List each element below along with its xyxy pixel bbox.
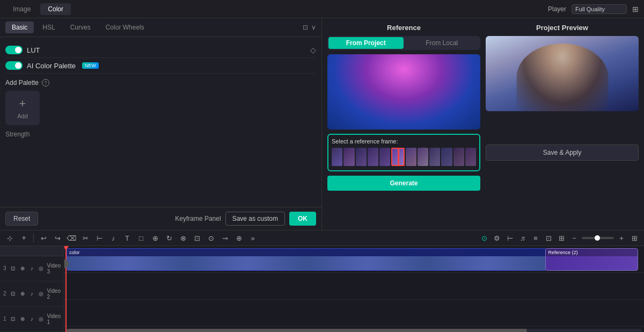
tool-undo-icon[interactable]: ↩: [38, 233, 49, 243]
filmstrip-frame-5[interactable]: [379, 148, 390, 166]
ok-button[interactable]: OK: [289, 212, 316, 226]
filmstrip-frame-7[interactable]: [406, 148, 416, 166]
reference-bottom-btns: Generate: [327, 176, 480, 191]
right-panel: Reference From Project From Local Select…: [322, 18, 644, 230]
ref-tab-from-project[interactable]: From Project: [328, 37, 404, 49]
reference-column: Reference From Project From Local Select…: [327, 24, 480, 225]
tool-mic-icon[interactable]: ♬: [517, 233, 528, 243]
filmstrip-frame-11[interactable]: [453, 148, 464, 166]
add-palette-help-icon[interactable]: ?: [42, 79, 49, 86]
tool-settings-icon[interactable]: ⚙: [492, 233, 502, 243]
preview-title: Project Preview: [486, 24, 639, 32]
keyframe-panel-button[interactable]: Keyframe Panel: [175, 212, 221, 226]
save-and-apply-button[interactable]: Save & Apply: [486, 145, 639, 161]
tool-zoom-in-icon[interactable]: +: [616, 233, 627, 243]
filmstrip-frame-3[interactable]: [356, 148, 367, 166]
filmstrip-frame-2[interactable]: [343, 148, 354, 166]
timeline-toolbar: ⊹ ⌖ ↩ ↪ ⌫ ✂ ⊢ ♪ T □ ⊕ ↻ ⊗ ⊡ ⊙ ⊸ ⊕ » ⊙ ⚙ …: [0, 230, 644, 246]
filmstrip-frame-9[interactable]: [429, 148, 440, 166]
tool-display-icon[interactable]: ⊞: [556, 233, 567, 243]
filmstrip-frame-6[interactable]: [391, 148, 404, 166]
reset-button[interactable]: Reset: [5, 212, 38, 226]
tool-camera-icon[interactable]: ⊡: [543, 233, 554, 243]
tool-delete-icon[interactable]: ⌫: [66, 233, 77, 243]
filmstrip-frame-1[interactable]: [332, 148, 342, 166]
tool-rect-icon[interactable]: □: [136, 233, 147, 243]
add-palette-row: Add Palette ?: [5, 74, 316, 91]
tool-fx-icon[interactable]: ⊕: [233, 233, 244, 243]
track3-eye-icon[interactable]: ◎: [38, 263, 45, 274]
quality-select[interactable]: Full Quality Half Quality Quarter Qualit…: [572, 4, 627, 14]
lut-toggle-switch[interactable]: [5, 46, 23, 54]
subtab-curves[interactable]: Curves: [64, 21, 97, 33]
filmstrip-frame-4[interactable]: [368, 148, 378, 166]
track2-audio-icon[interactable]: ♪: [28, 288, 36, 299]
lut-toggle-left: LUT: [5, 46, 40, 54]
ai-palette-toggle-switch[interactable]: [5, 61, 23, 70]
zoom-slider[interactable]: [582, 237, 614, 239]
tab-color[interactable]: Color: [40, 3, 71, 15]
ref-tab-from-local[interactable]: From Local: [405, 37, 480, 49]
filmstrip-frame-12[interactable]: [465, 148, 476, 166]
horizontal-scrollbar[interactable]: [67, 329, 642, 332]
filmstrip-frame-8[interactable]: [418, 148, 428, 166]
tool-record-icon[interactable]: ⊙: [479, 233, 489, 243]
save-as-custom-button[interactable]: Save as custom: [225, 212, 285, 226]
tab-image[interactable]: Image: [5, 3, 38, 15]
reference-image: [327, 54, 480, 129]
generate-button[interactable]: Generate: [327, 176, 480, 191]
tool-timer-icon[interactable]: ⊙: [206, 233, 216, 243]
track-row-video2[interactable]: [64, 273, 644, 300]
track-num-3: 3: [3, 265, 6, 271]
add-palette-box[interactable]: + Add: [5, 91, 40, 125]
video3-color-clip[interactable]: color: [67, 248, 547, 271]
tool-search-icon[interactable]: ⊕: [150, 233, 160, 243]
track1-audio-icon[interactable]: ♪: [28, 314, 36, 324]
subtab-hsl[interactable]: HSL: [36, 21, 61, 33]
panel-expand-icons[interactable]: ⊡ ∨: [303, 24, 316, 31]
subtab-color-wheels[interactable]: Color Wheels: [99, 21, 151, 33]
track1-hide-icon[interactable]: ⊕: [19, 314, 26, 324]
filmstrip[interactable]: [332, 147, 476, 167]
track-num-2: 2: [3, 291, 6, 297]
tool-eq-icon[interactable]: ≡: [530, 233, 541, 243]
track2-hide-icon[interactable]: ⊕: [19, 288, 26, 299]
tool-redo-icon[interactable]: ↪: [52, 233, 63, 243]
grid-view-icon[interactable]: ⊞: [632, 5, 639, 13]
subtab-basic[interactable]: Basic: [5, 21, 34, 33]
track3-label: Video 3: [47, 263, 61, 275]
track-row-video1[interactable]: [64, 300, 644, 327]
video3-ref-clip[interactable]: Reference (2): [545, 248, 638, 271]
player-label: Player: [548, 5, 566, 13]
track1-lock-icon[interactable]: ⊡: [10, 314, 17, 324]
tool-audio-icon[interactable]: ♪: [108, 233, 119, 243]
track2-eye-icon[interactable]: ◎: [38, 288, 45, 299]
collapse-icon[interactable]: ∨: [311, 24, 316, 31]
filmstrip-frame-10[interactable]: [441, 148, 452, 166]
track3-lock-icon[interactable]: ⊡: [10, 263, 17, 274]
tool-zoom-out-icon[interactable]: −: [569, 233, 580, 243]
track3-audio-icon[interactable]: ♪: [28, 263, 36, 274]
lut-label: LUT: [27, 46, 40, 54]
tool-text-icon[interactable]: T: [122, 233, 133, 243]
track-row-video3[interactable]: color Ref: [64, 246, 644, 273]
strength-label: Strength: [5, 125, 316, 140]
lut-diamond-icon[interactable]: ◇: [310, 46, 316, 54]
tool-photo-icon[interactable]: ⊡: [192, 233, 202, 243]
expand-icon[interactable]: ⊡: [303, 24, 308, 31]
tool-select-icon[interactable]: ⊹: [4, 233, 15, 243]
tool-grid-icon[interactable]: ⊞: [629, 233, 640, 243]
tool-blade-icon[interactable]: ⌖: [18, 233, 29, 243]
tool-shield-icon[interactable]: ⊢: [504, 233, 515, 243]
tool-cut-icon[interactable]: ✂: [80, 233, 91, 243]
tool-loop-icon[interactable]: ↻: [164, 233, 174, 243]
track3-hide-icon[interactable]: ⊕: [19, 263, 26, 274]
tool-more-icon[interactable]: »: [247, 233, 258, 243]
toolbar-separator-1: [33, 234, 34, 242]
track1-eye-icon[interactable]: ◎: [38, 314, 45, 324]
tool-speed-icon[interactable]: ⊸: [219, 233, 230, 243]
track2-lock-icon[interactable]: ⊡: [10, 288, 17, 299]
tool-trim-icon[interactable]: ⊢: [94, 233, 105, 243]
tool-link-icon[interactable]: ⊗: [178, 233, 188, 243]
timeline-left-headers: 3 ⊡ ⊕ ♪ ◎ Video 3 2 ⊡ ⊕ ♪ ◎ Video 2 1 ⊡ …: [0, 246, 64, 332]
